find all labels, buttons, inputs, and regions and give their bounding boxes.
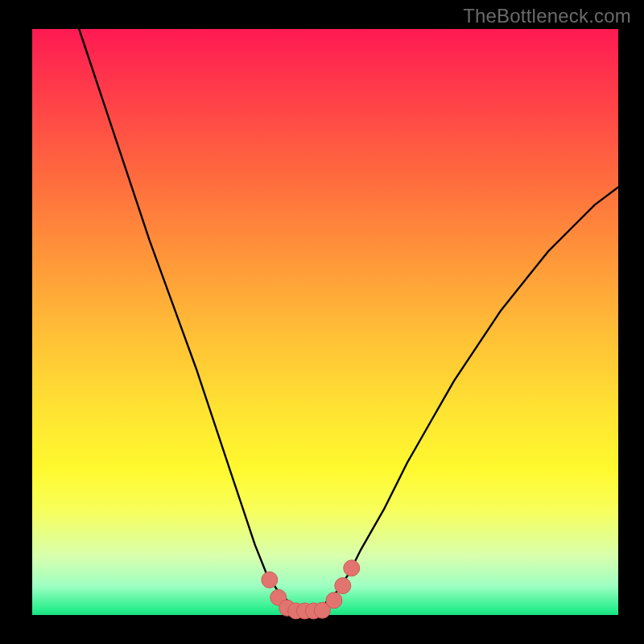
bottleneck-curve (79, 29, 618, 609)
curve-marker (335, 578, 351, 594)
curve-markers (262, 560, 360, 619)
curve-marker (326, 592, 342, 609)
watermark-text: TheBottleneck.com (463, 5, 631, 27)
curve-marker (262, 572, 278, 588)
bottleneck-curve-svg (32, 29, 618, 615)
curve-marker (344, 560, 360, 576)
plot-area (32, 29, 618, 615)
chart-frame: TheBottleneck.com (0, 0, 644, 644)
